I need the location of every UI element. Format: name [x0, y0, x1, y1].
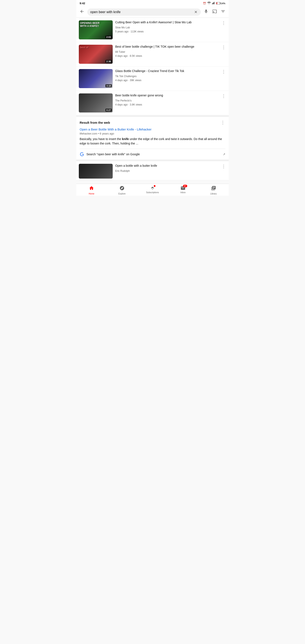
nav-library[interactable]: Library	[207, 186, 220, 195]
duration-4: 0:27	[106, 109, 112, 112]
more-options-1[interactable]: ⋮	[221, 20, 226, 26]
video-channel-bottom: Eric Rudolph	[115, 169, 226, 173]
video-meta-3: 4 days ago · 39K views	[115, 78, 226, 82]
video-item-bottom[interactable]: Open a bottle with a butter knife ⋮ Eric…	[76, 161, 229, 180]
video-info-bottom: Open a bottle with a butter knife ⋮ Eric…	[115, 164, 226, 173]
video-item-2[interactable]: best of 2:38 Best of beer bottle challen…	[76, 42, 229, 66]
video-info-4: Beer bottle knife opener gone wrong ⋮ Th…	[115, 94, 226, 106]
external-link-icon: ↗	[223, 152, 225, 156]
library-icon	[211, 186, 216, 192]
web-result-more-options[interactable]: ⋮	[220, 120, 225, 125]
video-list: OPENING BEERWITH A KNIFE!! 2:03 Cutting …	[76, 18, 229, 115]
divider	[80, 149, 225, 149]
signal-icon	[212, 2, 215, 5]
more-options-2[interactable]: ⋮	[221, 45, 226, 50]
thumb-label-2: best of	[80, 46, 88, 49]
web-result-title: Result from the web	[80, 121, 110, 124]
video-info-header-4: Beer bottle knife opener gone wrong ⋮	[115, 94, 226, 98]
search-input[interactable]	[90, 10, 192, 14]
web-result-section: Result from the web ⋮ Open a Beer Bottle…	[76, 115, 229, 161]
video-channel-1: Slow Mo Lab	[115, 26, 226, 30]
duration-1: 2:03	[106, 36, 112, 38]
more-options-3[interactable]: ⋮	[221, 69, 226, 74]
voice-search-button[interactable]	[203, 8, 209, 16]
video-channel-3: Tik Tok Challenges	[115, 74, 226, 78]
svg-rect-0	[212, 4, 212, 4]
nav-home-label: Home	[89, 192, 94, 195]
inbox-badge: 9+	[183, 185, 187, 187]
video-title-2: Best of beer bottle challenge | TIK TOK …	[115, 45, 220, 49]
video-meta-1: 5 years ago · 113K views	[115, 30, 226, 34]
thumbnail-3: 3:18	[79, 69, 113, 88]
clear-button[interactable]: ✕	[194, 10, 198, 14]
video-info-3: Glass Bottle Challenge - Craziest Trend …	[115, 69, 226, 82]
bottom-video-section: Open a bottle with a butter knife ⋮ Eric…	[76, 161, 229, 180]
video-info-2: Best of beer bottle challenge | TIK TOK …	[115, 45, 226, 58]
thumbnail-bottom	[79, 164, 113, 178]
video-channel-2: 88 Tuber	[115, 50, 226, 54]
explore-icon	[120, 186, 124, 192]
svg-rect-2	[213, 2, 214, 4]
video-info-header-bottom: Open a bottle with a butter knife ⋮	[115, 164, 226, 169]
nav-library-label: Library	[210, 192, 217, 195]
video-meta-4: 4 days ago · 3.8K views	[115, 103, 226, 106]
nav-home[interactable]: Home	[85, 186, 98, 195]
bottom-nav: Home Explore Subscriptions 9+ Inbox Libr…	[76, 184, 229, 196]
video-meta-2: 4 days ago · 8.5K views	[115, 54, 226, 58]
video-info-header-2: Best of beer bottle challenge | TIK TOK …	[115, 45, 226, 50]
nav-inbox-label: Inbox	[180, 191, 186, 194]
svg-rect-3	[214, 2, 214, 4]
web-result-source: lifehacker.com • 6 years ago	[80, 132, 225, 135]
video-title-bottom: Open a bottle with a butter knife	[115, 164, 220, 168]
video-info-header-1: Cutting Beer Open with a Knife!! Awesome…	[115, 20, 226, 26]
status-icons: ⏰ 14%	[203, 2, 225, 5]
thumbnail-1: OPENING BEERWITH A KNIFE!! 2:03	[79, 20, 113, 40]
svg-rect-4	[214, 2, 215, 4]
google-search-row[interactable]: Search "open beer with knife" on Google …	[80, 152, 225, 156]
duration-2: 2:38	[106, 60, 112, 63]
svg-rect-7	[216, 2, 217, 4]
video-title-4: Beer bottle knife opener gone wrong	[115, 94, 220, 98]
video-item-4[interactable]: 0:27 Beer bottle knife opener gone wrong…	[76, 91, 229, 115]
nav-subscriptions-label: Subscriptions	[146, 191, 159, 194]
more-options-4[interactable]: ⋮	[221, 94, 226, 98]
status-time: 9:42	[80, 2, 85, 5]
google-logo	[80, 152, 84, 156]
back-button[interactable]	[79, 8, 85, 16]
web-result-header: Result from the web ⋮	[80, 120, 225, 125]
video-item-1[interactable]: OPENING BEERWITH A KNIFE!! 2:03 Cutting …	[76, 18, 229, 42]
thumb-label-1: OPENING BEERWITH A KNIFE!!	[80, 22, 100, 28]
cast-button[interactable]	[212, 8, 218, 16]
battery-icon: 14%	[216, 2, 225, 5]
subscriptions-icon-wrapper	[150, 186, 155, 191]
video-item-3[interactable]: 3:18 Glass Bottle Challenge - Craziest T…	[76, 66, 229, 91]
thumbnail-2: best of 2:38	[79, 45, 113, 64]
video-info-1: Cutting Beer Open with a Knife!! Awesome…	[115, 20, 226, 34]
alarm-icon: ⏰	[203, 2, 206, 5]
search-input-wrapper: ✕	[87, 8, 201, 16]
nav-explore[interactable]: Explore	[116, 186, 128, 195]
video-channel-4: The Perfecto's	[115, 99, 226, 102]
search-bar: ✕	[76, 6, 229, 18]
video-info-header-3: Glass Bottle Challenge - Craziest Trend …	[115, 69, 226, 74]
filter-button[interactable]	[220, 8, 226, 16]
wifi-icon	[207, 2, 211, 5]
subscriptions-badge	[154, 185, 156, 187]
inbox-icon-wrapper: 9+	[180, 186, 186, 191]
more-options-bottom[interactable]: ⋮	[221, 164, 226, 169]
nav-explore-label: Explore	[118, 192, 126, 195]
web-result-link[interactable]: Open a Beer Bottle With a Butter Knife -…	[80, 128, 225, 131]
svg-rect-1	[213, 3, 213, 4]
nav-subscriptions[interactable]: Subscriptions	[146, 186, 159, 195]
duration-3: 3:18	[106, 84, 112, 87]
status-bar: 9:42 ⏰ 14%	[76, 0, 229, 6]
web-result-desc: Basically, you have to insert the knife …	[80, 137, 225, 146]
nav-inbox[interactable]: 9+ Inbox	[177, 186, 189, 195]
thumbnail-4: 0:27	[79, 94, 113, 112]
svg-rect-6	[220, 3, 220, 4]
google-search-text: Search "open beer with knife" on Google	[86, 152, 221, 156]
video-title-1: Cutting Beer Open with a Knife!! Awesome…	[115, 20, 220, 24]
video-title-3: Glass Bottle Challenge - Craziest Trend …	[115, 69, 220, 73]
home-icon	[89, 186, 94, 192]
